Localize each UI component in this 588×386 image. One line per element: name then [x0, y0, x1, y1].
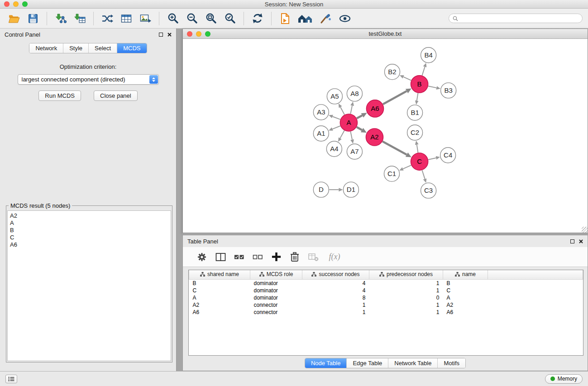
run-mcds-button[interactable]: Run MCDS: [38, 91, 81, 101]
zoom-in-button[interactable]: [164, 11, 182, 26]
edge-A-A4[interactable]: [340, 130, 344, 138]
edge-A-A5[interactable]: [340, 107, 344, 115]
node-B4[interactable]: B4: [421, 48, 436, 63]
zoom-fit-button[interactable]: [202, 11, 220, 26]
refresh-button[interactable]: [249, 11, 266, 26]
mcds-result-list[interactable]: A2ABCA6: [7, 210, 171, 361]
edge-C-C3[interactable]: [422, 170, 425, 179]
tab-style[interactable]: Style: [63, 43, 89, 53]
edge-B-B3[interactable]: [428, 86, 436, 88]
table-close-panel-icon[interactable]: [579, 239, 583, 243]
show-hide-panel-button[interactable]: [336, 11, 354, 26]
edge-A-A6[interactable]: [357, 115, 362, 118]
function-builder-button[interactable]: f(x): [325, 250, 344, 264]
network-maximize-icon[interactable]: [205, 31, 210, 37]
node-A6[interactable]: A6: [366, 100, 383, 117]
create-column-button[interactable]: [269, 250, 283, 264]
column-header-mcds-role[interactable]: MCDS role: [250, 270, 302, 279]
apply-style-button[interactable]: [317, 11, 335, 26]
table-row-a2[interactable]: A2connector11A2: [189, 301, 583, 309]
open-document-button[interactable]: [277, 11, 294, 26]
delete-table-button[interactable]: [306, 250, 320, 264]
node-D[interactable]: D: [313, 182, 329, 197]
minimize-window-icon[interactable]: [13, 1, 19, 7]
open-session-button[interactable]: [5, 11, 23, 26]
column-header-name[interactable]: name: [443, 270, 488, 279]
import-network-from-database-button[interactable]: [99, 11, 116, 26]
search-input[interactable]: [460, 15, 578, 22]
new-network-table-button[interactable]: [118, 11, 135, 26]
network-canvas[interactable]: B4B2BB3A5A8A6B1A3AA1C2A2A4A7C4CC1C3DD1: [183, 39, 588, 233]
column-header-shared-name[interactable]: shared name: [189, 270, 250, 279]
table-float-panel-icon[interactable]: [570, 239, 574, 243]
node-A3[interactable]: A3: [313, 105, 329, 120]
node-C1[interactable]: C1: [384, 166, 399, 181]
search-box[interactable]: [449, 14, 583, 23]
edge-A-A3[interactable]: [333, 116, 340, 119]
export-image-button[interactable]: [137, 11, 154, 26]
node-B3[interactable]: B3: [441, 83, 456, 98]
import-network-from-file-button[interactable]: [52, 11, 69, 26]
home-button[interactable]: [296, 11, 316, 26]
table-row-a6[interactable]: A6connector11A6: [189, 309, 583, 316]
node-A5[interactable]: A5: [327, 89, 342, 104]
save-session-button[interactable]: [24, 11, 42, 26]
column-header-predecessor-nodes[interactable]: predecessor nodes: [369, 270, 443, 279]
table-row-a[interactable]: Adominator80A: [189, 294, 583, 301]
node-A1[interactable]: A1: [313, 126, 329, 141]
resize-grip[interactable]: [582, 227, 588, 233]
node-A[interactable]: A: [340, 114, 357, 131]
zoom-selected-region-button[interactable]: [221, 11, 239, 26]
close-window-icon[interactable]: [4, 1, 10, 7]
table-row-c[interactable]: Cdominator41C: [189, 287, 583, 294]
task-history-button[interactable]: [5, 375, 17, 383]
network-graph[interactable]: B4B2BB3A5A8A6B1A3AA1C2A2A4A7C4CC1C3DD1: [183, 39, 588, 233]
tab-edge-table[interactable]: Edge Table: [347, 358, 388, 368]
node-C2[interactable]: C2: [407, 125, 423, 140]
network-close-icon[interactable]: [187, 31, 192, 37]
close-panel-button[interactable]: Close panel: [94, 91, 138, 101]
node-A4[interactable]: A4: [326, 141, 342, 157]
node-B[interactable]: B: [411, 76, 428, 93]
node-C4[interactable]: C4: [440, 148, 456, 163]
node-B2[interactable]: B2: [384, 64, 400, 80]
tab-motifs[interactable]: Motifs: [438, 358, 465, 368]
edge-A-A7[interactable]: [350, 132, 352, 140]
tab-network[interactable]: Network: [29, 43, 63, 53]
show-columns-button[interactable]: [213, 250, 228, 264]
select-all-columns-button[interactable]: [232, 250, 246, 264]
deselect-all-columns-button[interactable]: [250, 250, 265, 264]
edge-C-C2[interactable]: [417, 145, 418, 153]
tab-network-table[interactable]: Network Table: [388, 358, 438, 368]
delete-column-button[interactable]: [287, 250, 302, 264]
network-minimize-icon[interactable]: [196, 31, 201, 37]
edge-B-B4[interactable]: [422, 67, 425, 76]
zoom-out-button[interactable]: [183, 11, 201, 26]
maximize-window-icon[interactable]: [22, 1, 28, 7]
node-A8[interactable]: A8: [347, 86, 362, 101]
tab-select[interactable]: Select: [89, 43, 117, 53]
edge-A-A1[interactable]: [332, 126, 340, 129]
close-panel-icon[interactable]: [167, 33, 172, 37]
memory-button[interactable]: Memory: [545, 374, 583, 384]
optimization-dropdown[interactable]: largest connected component (directed): [18, 74, 159, 85]
table-row-b[interactable]: Bdominator41B: [189, 279, 583, 287]
column-header-successor-nodes[interactable]: successor nodes: [302, 270, 369, 279]
import-table-from-file-button[interactable]: [71, 11, 88, 26]
node-C[interactable]: C: [411, 153, 428, 170]
edge-B-B1[interactable]: [417, 93, 418, 101]
tab-node-table[interactable]: Node Table: [305, 358, 347, 368]
edge-A2-C[interactable]: [382, 142, 406, 155]
edge-A-A2[interactable]: [357, 127, 362, 130]
node-B1[interactable]: B1: [407, 105, 423, 120]
edge-C-C1[interactable]: [403, 165, 411, 169]
node-A2[interactable]: A2: [366, 129, 383, 146]
edge-B-B2[interactable]: [403, 77, 411, 81]
node-C3[interactable]: C3: [421, 183, 436, 198]
edge-A6-B[interactable]: [383, 91, 407, 104]
edge-A-A8[interactable]: [350, 105, 352, 114]
table-settings-button[interactable]: [195, 250, 209, 264]
node-D1[interactable]: D1: [343, 182, 359, 197]
tab-mcds[interactable]: MCDS: [117, 43, 146, 53]
edge-C-C4[interactable]: [428, 158, 436, 160]
